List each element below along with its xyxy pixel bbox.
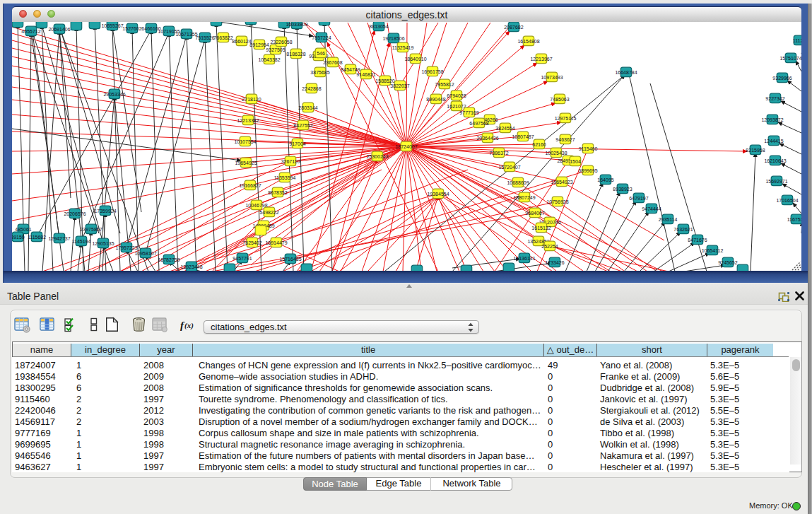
svg-text:8454749: 8454749	[341, 67, 360, 72]
svg-text:20691406: 20691406	[48, 27, 70, 32]
svg-text:17957223: 17957223	[115, 245, 137, 250]
svg-text:19654923: 19654923	[551, 180, 572, 185]
svg-text:3267110: 3267110	[281, 159, 300, 164]
svg-text:29053346: 29053346	[103, 92, 125, 97]
svg-text:17359924: 17359924	[94, 209, 116, 214]
svg-text:9146821: 9146821	[356, 72, 375, 77]
svg-text:917004: 917004	[289, 141, 305, 146]
svg-text:16210643: 16210643	[764, 158, 786, 163]
svg-text:9327505: 9327505	[266, 47, 285, 52]
svg-text:14136141: 14136141	[513, 256, 535, 261]
svg-text:9463627: 9463627	[555, 137, 575, 142]
svg-text:10671355: 10671355	[175, 32, 197, 37]
svg-text:9777169: 9777169	[459, 110, 478, 115]
svg-text:9329966: 9329966	[772, 76, 792, 81]
svg-text:485061: 485061	[15, 227, 31, 232]
svg-text:12923448: 12923448	[180, 264, 202, 269]
svg-text:1621072: 1621072	[447, 104, 466, 109]
svg-text:9684067: 9684067	[525, 211, 544, 216]
svg-text:9227342: 9227342	[765, 96, 784, 101]
svg-text:7632621: 7632621	[673, 227, 693, 232]
svg-text:1588520: 1588520	[375, 78, 394, 83]
svg-text:2242868: 2242868	[302, 86, 321, 91]
svg-text:15751074: 15751074	[779, 56, 801, 61]
svg-text:18724007: 18724007	[395, 144, 417, 149]
svg-text:8186328: 8186328	[286, 52, 305, 57]
svg-text:8813054: 8813054	[369, 24, 388, 29]
svg-text:9474444: 9474444	[642, 206, 661, 211]
svg-text:11325419: 11325419	[392, 45, 414, 50]
svg-text:1504: 1504	[570, 159, 581, 164]
svg-text:10655267: 10655267	[101, 23, 123, 28]
svg-text:7625402: 7625402	[242, 240, 261, 245]
svg-text:10025438: 10025438	[545, 151, 567, 156]
svg-text:9245652: 9245652	[718, 260, 737, 265]
svg-text:10958107: 10958107	[134, 251, 156, 256]
svg-text:23226058: 23226058	[270, 40, 292, 45]
svg-text:7857224: 7857224	[312, 35, 331, 40]
svg-text:12093872: 12093872	[761, 117, 783, 122]
svg-text:10688609: 10688609	[507, 180, 529, 185]
svg-text:11353594: 11353594	[274, 175, 296, 180]
svg-text:19166827: 19166827	[239, 183, 261, 188]
svg-text:10807487: 10807487	[512, 134, 534, 139]
svg-text:1527602: 1527602	[122, 26, 141, 31]
svg-text:10543382: 10543382	[258, 57, 280, 62]
svg-text:3822037: 3822037	[390, 83, 409, 88]
svg-text:10973493: 10973493	[541, 75, 563, 80]
svg-text:4055712: 4055712	[21, 29, 40, 34]
svg-text:6794028: 6794028	[447, 93, 466, 98]
svg-text:8990448: 8990448	[426, 97, 445, 102]
svg-text:20206576: 20206576	[64, 211, 86, 216]
svg-text:15720407: 15720407	[498, 165, 520, 170]
svg-text:15716485: 15716485	[279, 257, 301, 262]
svg-text:9115460: 9115460	[579, 146, 598, 151]
svg-text:2803144: 2803144	[298, 105, 317, 110]
svg-text:7485063: 7485063	[550, 97, 569, 102]
svg-text:12905135: 12905135	[92, 241, 114, 246]
svg-text:16033809: 16033809	[286, 22, 307, 27]
svg-text:3875685: 3875685	[310, 70, 329, 75]
svg-text:10107554: 10107554	[234, 139, 256, 144]
svg-text:0899695: 0899695	[578, 168, 597, 173]
svg-text:6479197: 6479197	[629, 196, 648, 201]
svg-text:8427552: 8427552	[293, 123, 312, 128]
svg-text:18807249: 18807249	[513, 195, 535, 200]
svg-text:20364436: 20364436	[476, 136, 498, 141]
svg-text:7955812: 7955812	[435, 82, 454, 87]
svg-text:8678352: 8678352	[268, 190, 287, 195]
svg-text:10756928: 10756928	[546, 199, 568, 204]
svg-text:8215958: 8215958	[746, 148, 765, 153]
svg-text:252254: 252254	[541, 244, 558, 249]
svg-text:12213382: 12213382	[237, 118, 259, 123]
svg-text:10046798: 10046798	[245, 203, 267, 208]
svg-text:12213967: 12213967	[530, 57, 552, 62]
svg-text:546: 546	[317, 51, 325, 56]
svg-text:6497568: 6497568	[469, 121, 488, 126]
svg-text:19384554: 19384554	[427, 192, 449, 197]
svg-text:1615132: 1615132	[531, 226, 551, 230]
svg-text:62160: 62160	[532, 142, 546, 147]
svg-text:19218506: 19218506	[382, 36, 404, 41]
svg-text:2087682: 2087682	[504, 25, 523, 30]
svg-text:1115682: 1115682	[28, 235, 46, 240]
svg-text:8660124: 8660124	[232, 39, 251, 44]
svg-text:12975115: 12975115	[555, 116, 577, 121]
svg-text:(x): (x)	[184, 321, 194, 330]
svg-text:16914479: 16914479	[265, 240, 287, 245]
svg-text:1733426: 1733426	[545, 260, 564, 265]
svg-text:11121: 11121	[793, 38, 801, 43]
svg-text:164095: 164095	[597, 177, 613, 182]
svg-text:8938923: 8938923	[613, 187, 632, 192]
svg-text:10654112: 10654112	[702, 248, 724, 253]
svg-text:3824554: 3824554	[495, 126, 514, 131]
svg-text:12942737: 12942737	[48, 236, 70, 241]
svg-text:19654925: 19654925	[235, 160, 257, 165]
svg-text:16961758: 16961758	[421, 69, 443, 74]
svg-text:15692971: 15692971	[765, 179, 787, 184]
svg-text:16648784: 16648784	[615, 70, 637, 75]
svg-text:8912954: 8912954	[249, 42, 269, 47]
svg-text:39159: 39159	[12, 235, 25, 240]
svg-text:18640910: 18640910	[404, 57, 426, 62]
svg-text:7515526: 7515526	[195, 35, 214, 40]
